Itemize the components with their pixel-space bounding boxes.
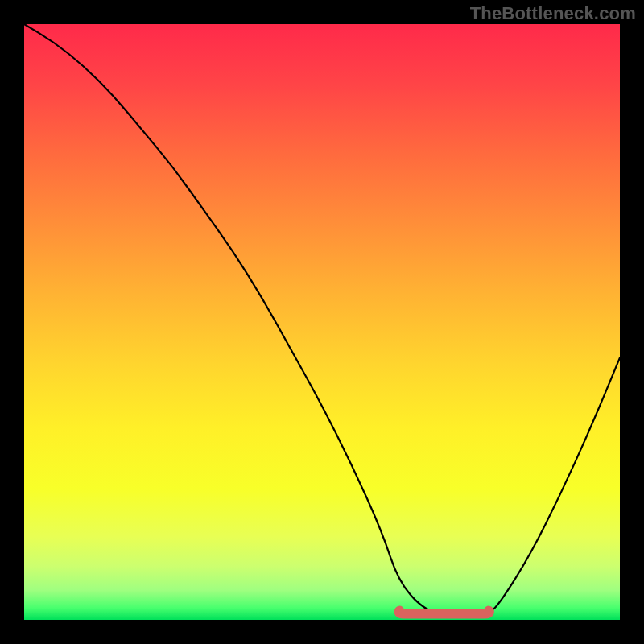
bottleneck-curve-line: [24, 24, 620, 614]
valley-marker: [399, 611, 489, 614]
plot-area: [24, 24, 620, 620]
watermark-text: TheBottleneck.com: [470, 3, 636, 24]
bottleneck-curve-svg: [24, 24, 620, 620]
chart-frame: TheBottleneck.com: [0, 0, 644, 644]
